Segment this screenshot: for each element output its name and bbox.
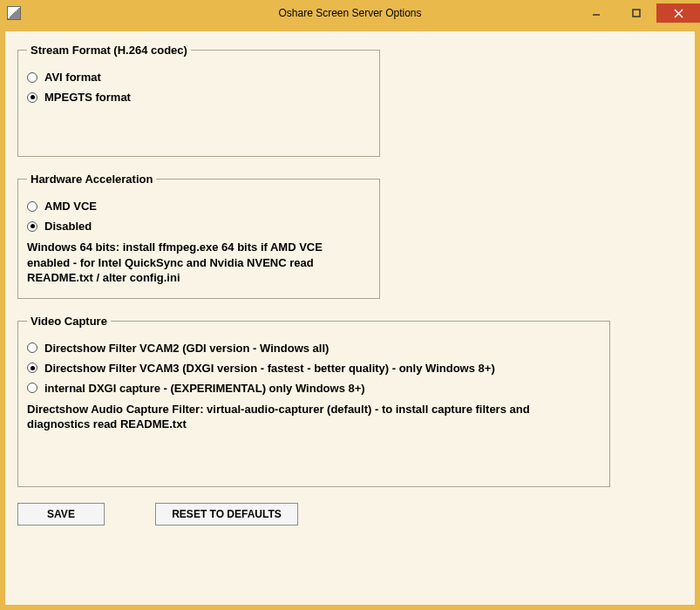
- radio-icon: [27, 201, 37, 212]
- radio-avi[interactable]: AVI format: [27, 71, 370, 84]
- stream-format-legend: Stream Format (H.264 codec): [27, 44, 191, 57]
- radio-vcam3-label: Directshow Filter VCAM3 (DXGI version - …: [44, 362, 495, 375]
- radio-vcam3[interactable]: Directshow Filter VCAM3 (DXGI version - …: [27, 362, 601, 375]
- video-capture-legend: Video Capture: [27, 315, 111, 328]
- titlebar[interactable]: Oshare Screen Server Options: [0, 0, 700, 26]
- radio-icon: [27, 72, 37, 83]
- radio-icon: [27, 92, 37, 103]
- window-controls: [576, 3, 700, 23]
- radio-icon: [27, 363, 37, 373]
- video-capture-group: Video Capture Directshow Filter VCAM2 (G…: [17, 315, 610, 487]
- radio-icon: [27, 383, 37, 393]
- radio-disabled[interactable]: Disabled: [27, 220, 370, 233]
- radio-disabled-label: Disabled: [44, 220, 92, 233]
- reset-button[interactable]: RESET TO DEFAULTS: [155, 503, 298, 525]
- client-area: Stream Format (H.264 codec) AVI format M…: [5, 31, 695, 605]
- app-icon: [7, 6, 21, 20]
- radio-amd-vce[interactable]: AMD VCE: [27, 200, 370, 213]
- radio-vcam2[interactable]: Directshow Filter VCAM2 (GDI version - W…: [27, 342, 601, 355]
- hwaccel-legend: Hardware Acceleration: [27, 173, 156, 186]
- stream-format-group: Stream Format (H.264 codec) AVI format M…: [17, 44, 380, 157]
- radio-internal-dxgi[interactable]: internal DXGI capture - (EXPERIMENTAL) o…: [27, 382, 601, 395]
- button-bar: SAVE RESET TO DEFAULTS: [17, 503, 683, 525]
- radio-icon: [27, 342, 37, 353]
- close-icon: [674, 9, 683, 18]
- minimize-icon: [592, 9, 601, 17]
- radio-mpegts-label: MPEGTS format: [44, 91, 131, 104]
- svg-rect-1: [633, 10, 640, 17]
- hardware-acceleration-group: Hardware Acceleration AMD VCE Disabled W…: [17, 173, 380, 299]
- minimize-button[interactable]: [576, 3, 616, 23]
- radio-mpegts[interactable]: MPEGTS format: [27, 91, 370, 104]
- close-button[interactable]: [656, 3, 700, 23]
- maximize-button[interactable]: [616, 3, 656, 23]
- radio-dxgi-label: internal DXGI capture - (EXPERIMENTAL) o…: [44, 382, 365, 395]
- video-capture-note: Directshow Audio Capture Filter: virtual…: [27, 402, 550, 432]
- radio-icon: [27, 221, 37, 232]
- window: Oshare Screen Server Options Stream Form…: [0, 0, 700, 610]
- hwaccel-note: Windows 64 bits: install ffmpeg.exe 64 b…: [27, 240, 341, 286]
- radio-amd-label: AMD VCE: [44, 200, 97, 213]
- radio-vcam2-label: Directshow Filter VCAM2 (GDI version - W…: [44, 342, 329, 355]
- save-button[interactable]: SAVE: [17, 503, 105, 525]
- radio-avi-label: AVI format: [44, 71, 101, 84]
- maximize-icon: [632, 9, 641, 17]
- window-title: Oshare Screen Server Options: [278, 7, 421, 19]
